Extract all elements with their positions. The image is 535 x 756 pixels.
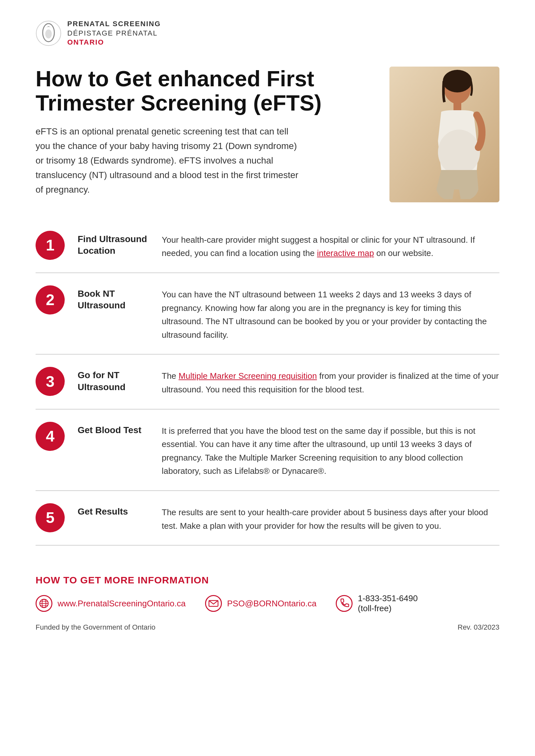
step-link-3[interactable]: Multiple Marker Screening requisition xyxy=(179,371,317,381)
step-row-1: 1 Find Ultrasound Location Your health-c… xyxy=(36,219,499,273)
step-label-col-5: Get Results xyxy=(78,503,149,518)
step-label-col-3: Go for NT Ultrasound xyxy=(78,367,149,393)
step-desc-2: You can have the NT ultrasound between 1… xyxy=(162,285,499,342)
logo-line1: PRENATAL SCREENING xyxy=(67,19,161,29)
step-badge-4: 4 xyxy=(36,422,65,451)
steps-section: 1 Find Ultrasound Location Your health-c… xyxy=(36,219,499,546)
contact-email: PSO@BORNOntario.ca xyxy=(205,595,316,612)
contact-phone-details: 1-833-351-6490 (toll-free) xyxy=(358,593,418,613)
step-label-4: Get Blood Test xyxy=(78,425,141,435)
step-desc-3: The Multiple Marker Screening requisitio… xyxy=(162,367,499,396)
svg-point-2 xyxy=(45,29,52,39)
contact-phone: 1-833-351-6490 (toll-free) xyxy=(336,593,418,613)
contact-email-text: PSO@BORNOntario.ca xyxy=(227,599,316,608)
step-label-1: Find Ultrasound Location xyxy=(78,234,147,256)
rev-text: Rev. 03/2023 xyxy=(458,623,499,632)
contact-website: www.PrenatalScreeningOntario.ca xyxy=(36,595,186,612)
step-row-4: 4 Get Blood Test It is preferred that yo… xyxy=(36,410,499,491)
step-badge-2: 2 xyxy=(36,285,65,314)
step-label-col-2: Book NT Ultrasound xyxy=(78,285,149,311)
step-row-2: 2 Book NT Ultrasound You can have the NT… xyxy=(36,273,499,355)
logo-line3: ONTARIO xyxy=(67,38,161,47)
step-label-col-4: Get Blood Test xyxy=(78,422,149,436)
step-desc-4: It is preferred that you have the blood … xyxy=(162,422,499,478)
hero-description: eFTS is an optional prenatal genetic scr… xyxy=(36,124,301,197)
hero-image xyxy=(389,67,499,202)
hero-title: How to Get enhanced First Trimester Scre… xyxy=(36,67,377,115)
step-desc-1: Your health-care provider might suggest … xyxy=(162,231,499,260)
logo-text: PRENATAL SCREENING DÉPISTAGE PRÉNATAL ON… xyxy=(67,19,161,47)
svg-point-5 xyxy=(443,70,472,93)
header: PRENATAL SCREENING DÉPISTAGE PRÉNATAL ON… xyxy=(36,19,499,47)
hero-section: How to Get enhanced First Trimester Scre… xyxy=(36,67,499,202)
step-link-1[interactable]: interactive map xyxy=(317,248,374,258)
phone-icon xyxy=(336,595,352,612)
step-row-5: 5 Get Results The results are sent to yo… xyxy=(36,491,499,546)
step-desc-text-3a: The xyxy=(162,371,179,381)
contact-website-text: www.PrenatalScreeningOntario.ca xyxy=(58,599,186,608)
step-row-3: 3 Go for NT Ultrasound The Multiple Mark… xyxy=(36,355,499,409)
footer-contacts: www.PrenatalScreeningOntario.ca PSO@BORN… xyxy=(36,593,499,613)
step-label-5: Get Results xyxy=(78,506,128,517)
footer-heading: HOW TO GET MORE INFORMATION xyxy=(36,575,499,586)
step-label-2: Book NT Ultrasound xyxy=(78,289,126,310)
footer-bottom: Funded by the Government of Ontario Rev.… xyxy=(36,623,499,632)
step-badge-5: 5 xyxy=(36,503,65,532)
contact-phone-number: 1-833-351-6490 xyxy=(358,593,418,604)
funded-text: Funded by the Government of Ontario xyxy=(36,623,155,632)
contact-phone-subtext: (toll-free) xyxy=(358,604,418,613)
svg-point-7 xyxy=(438,130,480,175)
step-desc-text-1b: on our website. xyxy=(374,248,434,258)
step-label-3: Go for NT Ultrasound xyxy=(78,370,126,392)
web-icon xyxy=(36,595,52,612)
step-desc-5: The results are sent to your health-care… xyxy=(162,503,499,533)
step-badge-3: 3 xyxy=(36,367,65,396)
footer-info: HOW TO GET MORE INFORMATION www.Prenatal… xyxy=(36,565,499,632)
logo-icon xyxy=(36,20,62,46)
email-icon xyxy=(205,595,222,612)
hero-text: How to Get enhanced First Trimester Scre… xyxy=(36,67,377,197)
step-badge-1: 1 xyxy=(36,231,65,260)
page: PRENATAL SCREENING DÉPISTAGE PRÉNATAL ON… xyxy=(0,0,535,756)
step-label-col-1: Find Ultrasound Location xyxy=(78,231,149,257)
logo-line2: DÉPISTAGE PRÉNATAL xyxy=(67,29,161,38)
